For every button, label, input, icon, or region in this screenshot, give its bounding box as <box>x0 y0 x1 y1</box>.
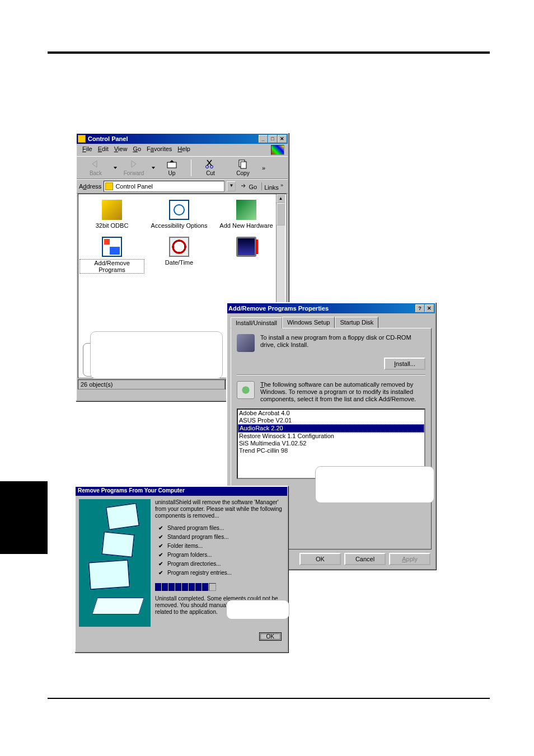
go-arrow-icon <box>240 182 247 189</box>
up-label: Up <box>168 170 176 176</box>
accessibility-icon <box>169 200 189 220</box>
uninstall-progress-bar <box>155 583 217 591</box>
forward-dropdown-icon[interactable] <box>152 167 155 169</box>
hardware-icon <box>236 200 256 220</box>
recycle-icon <box>237 381 255 399</box>
svg-point-2 <box>210 166 213 168</box>
address-dropdown-button[interactable]: ▼ <box>227 181 236 191</box>
copy-icon <box>237 159 249 169</box>
tab-install-uninstall[interactable]: Install/Uninstall <box>231 317 282 328</box>
svg-point-1 <box>206 166 209 168</box>
props-titlebar[interactable]: Add/Remove Programs Properties ? ✕ <box>227 303 435 313</box>
icon-32bit-odbc[interactable]: 32bit ODBC <box>78 198 146 234</box>
overlay-blob-3 <box>226 600 289 619</box>
datetime-icon <box>169 237 189 257</box>
go-label: Go <box>249 184 257 190</box>
minimize-button[interactable]: _ <box>259 135 268 143</box>
install-info-text: To install a new program from a floppy d… <box>260 334 425 352</box>
copy-button[interactable]: Copy <box>227 158 259 177</box>
cut-label: Cut <box>206 170 215 176</box>
menu-view[interactable]: View <box>112 145 130 155</box>
check-item: Folder items... <box>158 542 284 551</box>
menu-edit[interactable]: Edit <box>96 145 111 155</box>
svg-rect-4 <box>241 162 246 168</box>
page-rule-bottom <box>48 698 490 699</box>
status-text: 26 object(s) <box>78 379 225 389</box>
scroll-up-button[interactable]: ▲ <box>277 194 285 203</box>
check-item: Program folders... <box>158 551 284 560</box>
list-item[interactable]: ASUS Probe V2.01 <box>238 417 424 424</box>
menu-go[interactable]: Go <box>130 145 143 155</box>
list-item[interactable]: Trend PC-cillin 98 <box>238 447 424 454</box>
tab-startup-disk[interactable]: Startup Disk <box>335 317 378 328</box>
help-button[interactable]: ? <box>415 304 424 312</box>
uninstall-titlebar[interactable]: Remove Programs From Your Computer <box>76 487 287 496</box>
ok-button[interactable]: OK <box>299 553 341 565</box>
go-button[interactable]: Go <box>238 182 259 190</box>
list-item[interactable]: Restore Winsock 1.1 Configuration <box>238 433 424 440</box>
scissors-icon <box>205 159 216 169</box>
icon-display[interactable] <box>213 234 280 279</box>
close-button[interactable]: ✕ <box>278 135 287 143</box>
links-button[interactable]: Links » <box>261 182 285 191</box>
address-folder-icon <box>105 182 113 190</box>
page-rule-top <box>48 51 490 54</box>
check-item: Standard program files... <box>158 533 284 542</box>
svg-rect-0 <box>167 162 176 168</box>
page-side-tab <box>0 481 48 554</box>
icon-label: Add New Hardware <box>219 222 273 229</box>
apply-button[interactable]: Apply <box>389 553 430 565</box>
install-button[interactable]: Install... <box>384 358 425 370</box>
up-folder-icon <box>166 159 177 169</box>
back-button[interactable]: Back <box>80 158 111 177</box>
remove-programs-window: Remove Programs From Your Computer unins… <box>74 486 288 652</box>
list-item[interactable]: SiS Multimedia V1.02.52 <box>238 440 424 447</box>
uninstall-graphic <box>79 499 151 627</box>
install-icon <box>237 334 255 352</box>
icon-accessibility[interactable]: Accessibility Options <box>146 198 213 234</box>
icon-label: Add/Remove Programs <box>79 259 144 274</box>
maximize-button[interactable]: □ <box>268 135 277 143</box>
toolbar-more-icon[interactable]: » <box>260 165 268 171</box>
address-bar: Address Control Panel ▼ Go Links » <box>77 179 288 194</box>
cut-button[interactable]: Cut <box>195 158 226 177</box>
forward-arrow-icon <box>128 159 139 169</box>
toolbar-separator <box>191 159 191 176</box>
icon-label: 32bit ODBC <box>96 222 129 229</box>
menubar: File Edit View Go Favorites Help <box>77 144 288 156</box>
menu-favorites[interactable]: Favorites <box>144 145 174 155</box>
odbc-icon <box>102 200 122 220</box>
list-item[interactable]: Adobe Acrobat 4.0 <box>238 410 424 417</box>
icon-add-remove-programs[interactable]: Add/Remove Programs <box>78 234 146 279</box>
icon-add-hardware[interactable]: Add New Hardware <box>213 198 280 234</box>
tab-windows-setup[interactable]: Windows Setup <box>282 317 335 328</box>
address-value: Control Panel <box>115 183 153 190</box>
back-arrow-icon <box>90 159 101 169</box>
forward-label: Forward <box>124 170 144 176</box>
control-panel-icon <box>78 135 86 143</box>
copy-label: Copy <box>236 170 249 176</box>
back-label: Back <box>90 170 102 176</box>
props-title-text: Add/Remove Programs Properties <box>228 305 329 312</box>
remove-info-text: The following software can be automatica… <box>260 381 425 403</box>
overlay-blob-1 <box>90 331 223 379</box>
up-button[interactable]: Up <box>156 158 188 177</box>
back-dropdown-icon[interactable] <box>114 167 117 169</box>
menu-file[interactable]: File <box>80 145 95 155</box>
control-panel-titlebar[interactable]: Control Panel _ □ ✕ <box>77 134 288 144</box>
menu-help[interactable]: Help <box>175 145 193 155</box>
uninstall-ok-button[interactable]: OK <box>259 632 282 641</box>
address-input[interactable]: Control Panel <box>104 181 224 192</box>
icon-label: Accessibility Options <box>151 222 208 229</box>
windows-logo-icon <box>271 145 284 155</box>
address-label: Address <box>79 183 101 190</box>
check-item: Program registry entries... <box>158 569 284 577</box>
forward-button[interactable]: Forward <box>118 158 149 177</box>
cancel-button[interactable]: Cancel <box>344 553 386 565</box>
list-item-selected[interactable]: AudioRack 2.20 <box>238 424 424 433</box>
scroll-thumb[interactable] <box>277 203 285 226</box>
uninstall-intro-text: uninstallShield will remove the software… <box>155 499 284 519</box>
icon-date-time[interactable]: Date/Time <box>146 234 213 279</box>
icon-label: Date/Time <box>165 259 193 266</box>
props-close-button[interactable]: ✕ <box>425 304 434 312</box>
